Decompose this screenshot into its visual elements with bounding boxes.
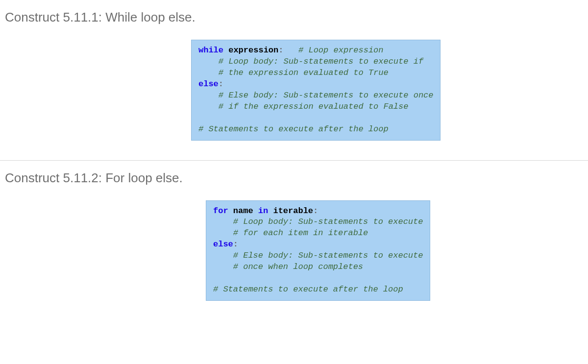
punct-colon: : [219, 79, 223, 89]
code-block-while-else: while expression: # Loop expression # Lo… [191, 40, 441, 141]
keyword-else: else [198, 79, 219, 89]
keyword-else: else [213, 240, 233, 249]
punct-colon: : [278, 46, 283, 55]
comment-line: # Loop body: Sub-statements to execute i… [219, 57, 423, 66]
comment-line: # for each item in iterable [233, 228, 368, 238]
comment-line: # the expression evaluated to True [219, 68, 389, 77]
construct-heading-2: Construct 5.11.2: For loop else. [5, 170, 583, 186]
comment-line: # Loop expression [298, 46, 383, 55]
code-block-for-else: for name in iterable: # Loop body: Sub-s… [206, 200, 430, 301]
construct-section-2: Construct 5.11.2: For loop else. for nam… [0, 161, 588, 321]
construct-heading-1: Construct 5.11.1: While loop else. [5, 10, 583, 25]
comment-line: # once when loop completes [233, 262, 363, 271]
identifier-iterable: iterable [273, 206, 313, 216]
comment-line: # Statements to execute after the loop [198, 124, 389, 134]
keyword-in: in [258, 206, 268, 216]
comment-line: # Else body: Sub-statements to execute [233, 251, 423, 260]
punct-colon: : [313, 206, 318, 216]
construct-section-1: Construct 5.11.1: While loop else. while… [0, 0, 588, 160]
comment-line: # if the expression evaluated to False [219, 102, 409, 111]
keyword-for: for [213, 206, 228, 216]
punct-colon: : [233, 240, 238, 249]
keyword-while: while [198, 46, 223, 55]
comment-line: # Loop body: Sub-statements to execute [233, 217, 423, 226]
identifier-expression: expression [228, 46, 278, 55]
comment-line: # Statements to execute after the loop [213, 285, 403, 294]
comment-line: # Else body: Sub-statements to execute o… [219, 91, 434, 100]
identifier-name: name [233, 206, 253, 216]
